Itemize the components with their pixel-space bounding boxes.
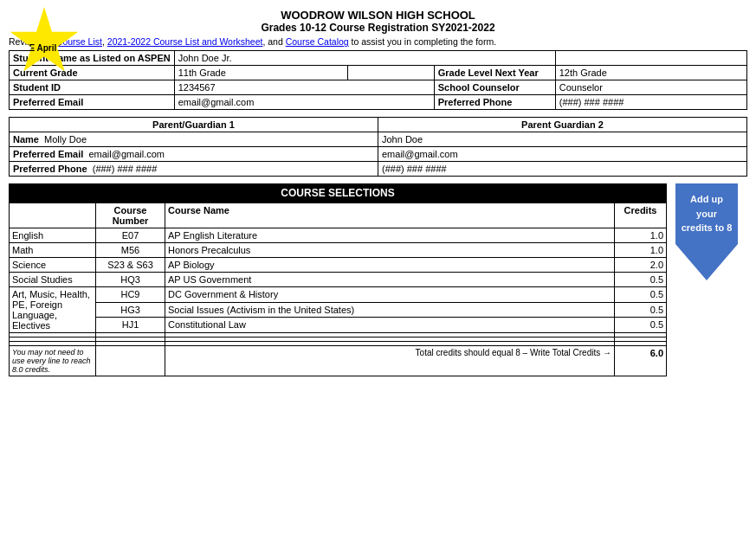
course-row: EnglishE07AP English Literature1.0	[10, 228, 667, 243]
course-section: COURSE SELECTIONS Course Number Course N…	[9, 183, 667, 376]
total-value: 6.0	[615, 346, 667, 376]
name-header: Course Name	[165, 203, 615, 228]
phone-label: Preferred Phone	[434, 95, 555, 110]
course-row: HG3Social Issues (Activism in the United…	[10, 302, 667, 318]
course-number: HG3	[96, 302, 165, 318]
course-subject: English	[10, 228, 96, 243]
parent1-phone-label: Preferred Phone	[13, 164, 87, 174]
course-number: HC9	[96, 287, 165, 303]
parent-email-row: Preferred Email email@gmail.com email@gm…	[10, 147, 747, 162]
add-credits-area: Add up your credits to 8	[673, 183, 740, 280]
note-cell: You may not need to use every line to re…	[10, 346, 96, 376]
parent2-header: Parent Guardian 2	[378, 118, 747, 132]
course-table: Course Number Course Name Credits Englis…	[9, 202, 667, 376]
course-subject: Art, Music, Health, PE, Foreign Language…	[10, 287, 96, 333]
course-credits: 0.5	[615, 302, 667, 318]
course-name: Honors Precalculus	[165, 243, 615, 258]
student-id-label: Student ID	[10, 80, 175, 95]
subject-header	[10, 203, 96, 228]
empty-right	[555, 51, 746, 66]
course-number: HQ3	[96, 273, 165, 287]
parent-section: Parent/Guardian 1 Parent Guardian 2 Name…	[9, 117, 747, 177]
grade-next-value: 12th Grade	[555, 66, 746, 80]
course-credits: 0.5	[615, 287, 667, 303]
course-name: AP Biology	[165, 258, 615, 273]
student-name-value: John Doe Jr.	[174, 51, 555, 66]
course-number: S23 & S63	[96, 258, 165, 273]
student-info-table: Student Name as Listed on ASPEN John Doe…	[9, 50, 747, 110]
parent1-phone-value: (###) ### ####	[93, 164, 158, 174]
parent2-email-value: email@gmail.com	[382, 149, 458, 159]
review-line: Review the Course List, 2021-2022 Course…	[9, 36, 747, 47]
course-row: ScienceS23 & S63AP Biology2.0	[10, 258, 667, 273]
parent2-phone-value: (###) ### ####	[382, 164, 447, 174]
credits-header: Credits	[615, 203, 667, 228]
worksheet-link[interactable]: 2021-2022 Course List and Worksheet	[107, 36, 263, 47]
course-credits: 1.0	[615, 228, 667, 243]
parent-phone-row: Preferred Phone (###) ### #### (###) ###…	[10, 162, 747, 177]
course-name: DC Government & History	[165, 287, 615, 303]
title-block: WOODROW WILSON HIGH SCHOOL Grades 10-12 …	[9, 7, 747, 34]
course-number: HJ1	[96, 318, 165, 333]
course-credits: 0.5	[615, 273, 667, 287]
course-credits: 1.0	[615, 243, 667, 258]
number-header: Course Number	[96, 203, 165, 228]
course-subject: Math	[10, 243, 96, 258]
course-number: M56	[96, 243, 165, 258]
course-name: Constitutional Law	[165, 318, 615, 333]
total-label: Total credits should equal 8 – Write Tot…	[165, 346, 615, 376]
current-grade-row: Current Grade 11th Grade Grade Level Nex…	[10, 66, 747, 80]
student-name-row: Student Name as Listed on ASPEN John Doe…	[10, 51, 747, 66]
email-label: Preferred Email	[10, 95, 175, 110]
school-name: WOODROW WILSON HIGH SCHOOL	[9, 9, 747, 22]
grade-next-label: Grade Level Next Year	[434, 66, 555, 80]
total-row: You may not need to use every line to re…	[10, 346, 667, 376]
empty-mid	[347, 66, 434, 80]
course-subject: Science	[10, 258, 96, 273]
arrow-down-icon	[675, 244, 738, 280]
parent1-email-value: email@gmail.com	[88, 149, 165, 159]
school-subtitle: Grades 10-12 Course Registration SY2021-…	[9, 22, 747, 34]
course-row: HJ1Constitutional Law0.5	[10, 318, 667, 333]
course-credits: 0.5	[615, 318, 667, 333]
course-credits: 2.0	[615, 258, 667, 273]
student-id-value: 1234567	[174, 80, 434, 95]
parent2-name-value: John Doe	[382, 134, 423, 145]
parent-header-table: Parent/Guardian 1 Parent Guardian 2 Name…	[9, 117, 747, 177]
parent1-header: Parent/Guardian 1	[10, 118, 378, 132]
add-credits-box: Add up your credits to 8	[675, 183, 738, 244]
current-grade-value: 11th Grade	[174, 66, 347, 80]
student-info-section: Student Name as Listed on ASPEN John Doe…	[9, 50, 747, 110]
parent1-name-value: Molly Doe	[44, 134, 87, 145]
email-row: Preferred Email email@gmail.com Preferre…	[10, 95, 747, 110]
catalog-link[interactable]: Course Catalog	[286, 36, 349, 47]
course-row: Social StudiesHQ3AP US Government0.5	[10, 273, 667, 287]
course-row: MathM56Honors Precalculus1.0	[10, 243, 667, 258]
parent1-email-label: Preferred Email	[13, 149, 83, 159]
email-value: email@gmail.com	[174, 95, 434, 110]
phone-value: (###) ### ####	[555, 95, 746, 110]
course-subject: Social Studies	[10, 273, 96, 287]
parent-name-row: Name Molly Doe John Doe	[10, 132, 747, 147]
current-grade-label: Current Grade	[10, 66, 175, 80]
course-section-header: COURSE SELECTIONS	[9, 183, 667, 202]
course-number: E07	[96, 228, 165, 243]
course-header-row: Course Number Course Name Credits	[10, 203, 667, 228]
counselor-label: School Counselor	[434, 80, 555, 95]
parent1-name-label: Name	[13, 134, 39, 145]
counselor-value: Counselor	[555, 80, 746, 95]
student-id-row: Student ID 1234567 School Counselor Coun…	[10, 80, 747, 95]
course-name: AP English Literature	[165, 228, 615, 243]
course-row: Art, Music, Health, PE, Foreign Language…	[10, 287, 667, 303]
course-name: Social Issues (Activism in the United St…	[165, 302, 615, 318]
course-name: AP US Government	[165, 273, 615, 287]
